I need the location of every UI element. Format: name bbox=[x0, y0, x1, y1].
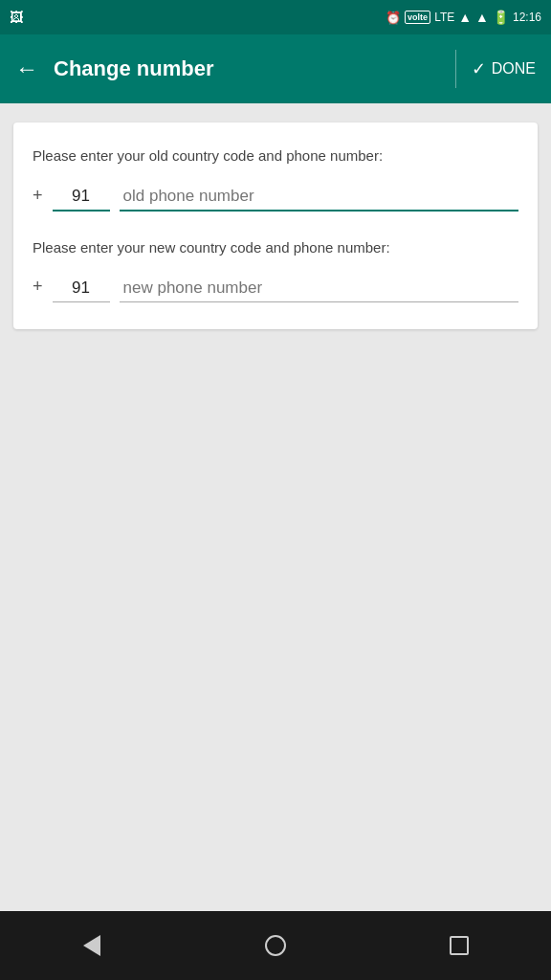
old-phone-row: + bbox=[33, 183, 518, 212]
done-button[interactable]: ✓ DONE bbox=[472, 58, 536, 79]
old-phone-number-input[interactable] bbox=[120, 183, 518, 212]
new-phone-row: + bbox=[33, 275, 518, 302]
home-circle-icon bbox=[265, 935, 286, 956]
recent-square-icon bbox=[450, 936, 469, 955]
new-plus-icon: + bbox=[33, 277, 43, 302]
status-bar: 🖼 ⏰ volte LTE ▲ ▲ 🔋 12:16 bbox=[0, 0, 551, 34]
toolbar: ← Change number ✓ DONE bbox=[0, 34, 551, 103]
old-country-code-input[interactable] bbox=[53, 183, 110, 212]
alarm-icon: ⏰ bbox=[386, 11, 401, 25]
status-bar-right: ⏰ volte LTE ▲ ▲ 🔋 12:16 bbox=[386, 10, 541, 25]
battery-icon: 🔋 bbox=[493, 10, 509, 25]
signal1-icon: ▲ bbox=[458, 10, 472, 25]
new-section-label: Please enter your new country code and p… bbox=[33, 237, 518, 257]
done-check-icon: ✓ bbox=[472, 58, 486, 79]
new-country-code-input[interactable] bbox=[53, 275, 110, 302]
back-triangle-icon bbox=[83, 935, 100, 956]
status-bar-left: 🖼 bbox=[10, 10, 382, 25]
lte-text: LTE bbox=[434, 11, 454, 24]
back-button[interactable]: ← bbox=[15, 56, 38, 82]
nav-bar bbox=[0, 911, 551, 980]
time-display: 12:16 bbox=[513, 11, 541, 24]
old-number-section: Please enter your old country code and p… bbox=[33, 145, 518, 212]
form-card: Please enter your old country code and p… bbox=[13, 122, 538, 329]
section-separator bbox=[33, 215, 518, 216]
nav-home-button[interactable] bbox=[247, 917, 304, 974]
new-phone-number-input[interactable] bbox=[120, 275, 518, 302]
done-label: DONE bbox=[492, 60, 536, 78]
toolbar-divider bbox=[455, 50, 456, 88]
signal2-icon: ▲ bbox=[475, 10, 489, 25]
image-icon: 🖼 bbox=[10, 10, 23, 25]
main-content: Please enter your old country code and p… bbox=[0, 103, 551, 911]
nav-back-button[interactable] bbox=[63, 917, 121, 974]
old-plus-icon: + bbox=[33, 186, 43, 212]
old-section-label: Please enter your old country code and p… bbox=[33, 145, 518, 166]
volte-badge: volte bbox=[405, 11, 430, 24]
new-number-section: Please enter your new country code and p… bbox=[33, 237, 518, 302]
nav-recent-button[interactable] bbox=[430, 917, 488, 974]
page-title: Change number bbox=[54, 56, 440, 81]
